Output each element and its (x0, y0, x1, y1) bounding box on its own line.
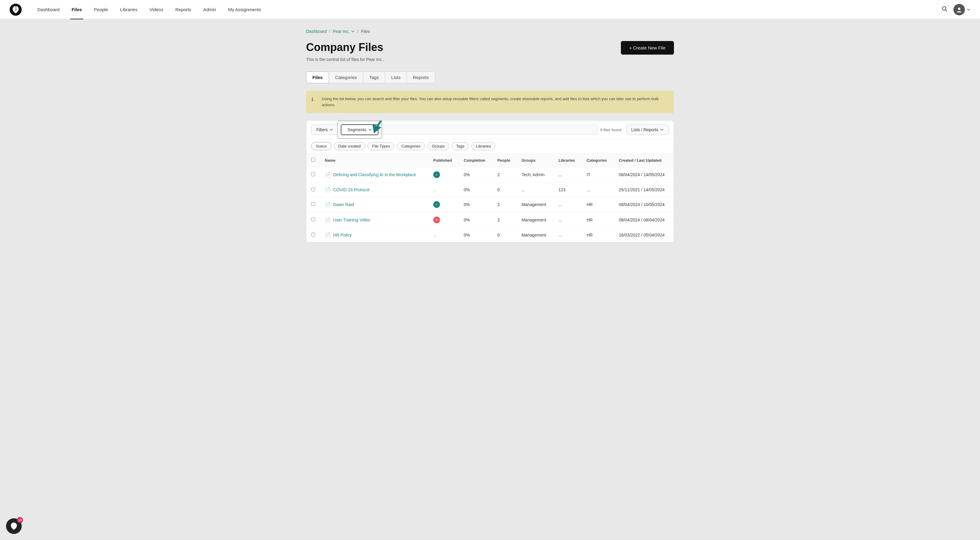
filters-button[interactable]: Filters (311, 124, 338, 135)
table-row: 📄User Training Video✕0%2Management...HR0… (306, 212, 674, 228)
completion-cell: 0% (459, 167, 492, 183)
status-unpublished-icon: ✕ (433, 217, 440, 223)
tab-reports[interactable]: Reports (406, 72, 435, 83)
completion-cell: 0% (459, 212, 492, 228)
widget-icon (9, 521, 19, 531)
nav-item-files[interactable]: Files (65, 0, 88, 19)
files-found-count: 9 files found (600, 127, 621, 132)
categories-cell: HR (582, 212, 614, 228)
main-content: Dashboard / Pear Inc. / Files Company Fi… (294, 19, 686, 252)
file-name-link[interactable]: 📄COVID-19 Protocol (325, 187, 424, 193)
row-checkbox[interactable] (311, 187, 315, 191)
create-new-file-button[interactable]: + Create New File (621, 41, 674, 54)
nav-items: Dashboard Files People Libraries Videos … (31, 0, 940, 19)
nav-item-libraries[interactable]: Libraries (114, 0, 143, 19)
groups-cell: Tech, Admin (517, 167, 554, 183)
page-title: Company Files (306, 41, 383, 54)
notification-badge: 10 (17, 517, 23, 523)
segments-button[interactable]: Segments (341, 124, 379, 135)
nav-item-dashboard[interactable]: Dashboard (31, 0, 65, 19)
logo[interactable] (10, 4, 22, 16)
breadcrumb: Dashboard / Pear Inc. / Files (306, 29, 674, 34)
categories-cell: HR (582, 197, 614, 212)
filter-bar: Filters Segments (306, 121, 674, 139)
nav-item-reports[interactable]: Reports (169, 0, 197, 19)
row-checkbox[interactable] (311, 172, 315, 176)
segments-container: Segments (341, 124, 379, 135)
groups-cell: Management (517, 197, 554, 212)
file-name-link[interactable]: 📄HR Policy (325, 232, 424, 238)
col-created-updated: Created / Last Updated (614, 154, 674, 167)
chevron-down-icon (351, 29, 355, 33)
filter-tags-row: Status Date created File Types Categorie… (306, 139, 674, 154)
categories-cell: ... (582, 183, 614, 197)
chevron-down-icon (660, 128, 664, 132)
tab-tags[interactable]: Tags (363, 72, 385, 83)
row-checkbox[interactable] (311, 202, 315, 206)
page-header: Company Files + Create New File (306, 41, 674, 54)
col-categories: Categories (582, 154, 614, 167)
bottom-widget[interactable]: 10 (6, 518, 22, 534)
filter-tag-categories[interactable]: Categories (397, 142, 425, 150)
created-updated-cell: 08/04/2024 / 08/04/2024 (614, 212, 674, 228)
published-status: ✓ (428, 167, 459, 183)
row-checkbox[interactable] (311, 218, 315, 221)
breadcrumb-sep-1: / (329, 29, 331, 34)
filter-tag-tags[interactable]: Tags (452, 142, 469, 150)
filter-tag-libraries[interactable]: Libraries (471, 142, 495, 150)
tab-categories[interactable]: Categories (329, 72, 363, 83)
published-status: ... (428, 183, 459, 197)
nav-right (940, 4, 970, 15)
breadcrumb-company[interactable]: Pear Inc. (332, 29, 355, 34)
nav-item-people[interactable]: People (88, 0, 114, 19)
col-groups: Groups (517, 154, 554, 167)
people-cell: 2 (492, 197, 517, 212)
groups-cell: ... (517, 183, 554, 197)
people-cell: 0 (492, 183, 517, 197)
filter-tag-date-created[interactable]: Date created (334, 142, 365, 150)
file-icon: 📄 (325, 187, 331, 193)
filter-tag-file-types[interactable]: File Types (368, 142, 395, 150)
completion-cell: 0% (459, 228, 492, 242)
breadcrumb-dashboard[interactable]: Dashboard (306, 29, 327, 34)
filter-tag-groups[interactable]: Groups (427, 142, 449, 150)
published-status: ... (428, 228, 459, 242)
people-cell: 2 (492, 212, 517, 228)
nav-item-my-assignments[interactable]: My Assignments (222, 0, 267, 19)
filter-bar-wrapper: Filters Segments (306, 120, 674, 242)
table-row: 📄Defining and Classifying AI in the Work… (306, 167, 674, 183)
file-name-cell: 📄HR Policy (320, 228, 428, 242)
file-name-link[interactable]: 📄Dawn Raid (325, 202, 424, 207)
search-button[interactable] (940, 5, 949, 14)
tab-files[interactable]: Files (306, 72, 329, 83)
lists-reports-button[interactable]: Lists / Reports (626, 124, 669, 135)
col-name: Name (320, 154, 428, 167)
select-all-checkbox[interactable] (311, 158, 315, 162)
chevron-down-icon (329, 128, 333, 132)
libraries-cell: ... (554, 167, 582, 183)
chevron-down-icon (967, 8, 970, 11)
info-banner: ℹ Using the list below, you can search a… (306, 91, 674, 113)
chevron-down-icon (368, 128, 372, 132)
people-cell: 2 (492, 167, 517, 183)
tab-lists[interactable]: Lists (385, 72, 407, 83)
file-name-link[interactable]: 📄User Training Video (325, 217, 424, 223)
filter-tag-status[interactable]: Status (311, 142, 331, 150)
svg-point-3 (958, 8, 960, 10)
row-checkbox[interactable] (311, 233, 315, 237)
file-name-link[interactable]: 📄Defining and Classifying AI in the Work… (325, 172, 424, 178)
status-published-icon: ✓ (433, 201, 440, 208)
tabs: Files Categories Tags Lists Reports (306, 72, 674, 83)
nav-item-admin[interactable]: Admin (197, 0, 222, 19)
table-row: 📄COVID-19 Protocol...0%0...123...25/11/2… (306, 183, 674, 197)
libraries-cell: 123 (554, 183, 582, 197)
completion-cell: 0% (459, 197, 492, 212)
svg-line-2 (946, 10, 947, 11)
select-all-header (306, 154, 320, 167)
nav-item-videos[interactable]: Videos (143, 0, 169, 19)
published-status: ✕ (428, 212, 459, 228)
col-published: Published (428, 154, 459, 167)
search-input[interactable] (381, 124, 598, 135)
file-name-cell: 📄Defining and Classifying AI in the Work… (320, 167, 428, 183)
user-menu-button[interactable] (953, 4, 970, 15)
